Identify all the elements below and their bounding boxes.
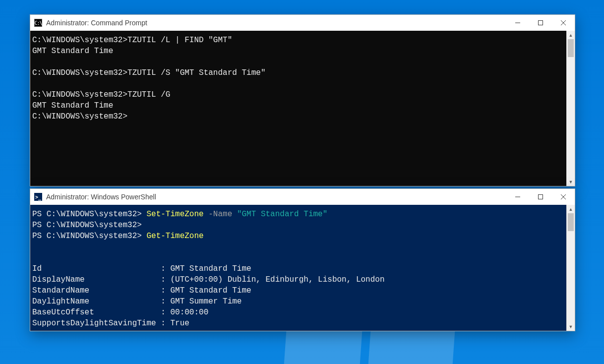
svg-line-3 — [561, 20, 566, 25]
terminal-line: GMT Standard Time — [32, 46, 564, 57]
scroll-down-icon[interactable]: ▼ — [567, 322, 575, 331]
scroll-down-icon[interactable]: ▼ — [567, 178, 575, 186]
terminal-line — [32, 57, 564, 67]
scroll-up-icon[interactable]: ▲ — [567, 205, 575, 213]
cmd-window: C:\ Administrator: Command Prompt C:\WIN… — [30, 14, 575, 186]
cmd-scrollbar[interactable]: ▲ ▼ — [566, 31, 575, 186]
svg-line-7 — [561, 194, 566, 199]
cmd-icon: C:\ — [34, 19, 42, 27]
terminal-line — [32, 78, 564, 89]
terminal-line: C:\WINDOWS\system32>TZUTIL /G — [32, 89, 564, 100]
ps-terminal[interactable]: PS C:\WINDOWS\system32> Set-TimeZone -Na… — [30, 205, 566, 331]
cmd-terminal[interactable]: C:\WINDOWS\system32>TZUTIL /L | FIND "GM… — [30, 31, 566, 186]
ps-scrollbar[interactable]: ▲ ▼ — [566, 205, 575, 331]
scroll-up-icon[interactable]: ▲ — [567, 31, 575, 39]
terminal-line: PS C:\WINDOWS\system32> — [32, 220, 564, 231]
cmd-title: Administrator: Command Prompt — [46, 19, 147, 27]
cmd-titlebar[interactable]: C:\ Administrator: Command Prompt — [30, 15, 575, 31]
svg-rect-5 — [539, 195, 543, 199]
terminal-line: GMT Standard Time — [32, 100, 564, 111]
close-button[interactable] — [552, 15, 575, 31]
maximize-button[interactable] — [529, 15, 552, 31]
terminal-line: C:\WINDOWS\system32>TZUTIL /L | FIND "GM… — [32, 35, 564, 46]
terminal-line: PS C:\WINDOWS\system32> Set-TimeZone -Na… — [32, 209, 564, 220]
ps-titlebar[interactable]: >_ Administrator: Windows PowerShell — [30, 189, 575, 205]
terminal-line: BaseUtcOffset : 00:00:00 — [32, 307, 564, 318]
terminal-line: DisplayName : (UTC+00:00) Dublin, Edinbu… — [32, 274, 564, 285]
terminal-line: StandardName : GMT Standard Time — [32, 285, 564, 296]
minimize-button[interactable] — [506, 189, 529, 205]
terminal-line: PS C:\WINDOWS\system32> Get-TimeZone — [32, 231, 564, 242]
powershell-window: >_ Administrator: Windows PowerShell PS … — [30, 188, 575, 331]
scroll-thumb[interactable] — [568, 213, 574, 231]
svg-line-6 — [561, 194, 566, 199]
close-button[interactable] — [552, 189, 575, 205]
terminal-line: Id : GMT Standard Time — [32, 263, 564, 274]
svg-line-2 — [561, 20, 566, 25]
terminal-line: C:\WINDOWS\system32> — [32, 111, 564, 122]
terminal-line — [32, 252, 564, 263]
scroll-track[interactable] — [567, 213, 575, 322]
scroll-thumb[interactable] — [568, 39, 574, 57]
scroll-track[interactable] — [567, 39, 575, 178]
ps-title: Administrator: Windows PowerShell — [46, 193, 156, 201]
terminal-line — [32, 242, 564, 252]
terminal-line: SupportsDaylightSavingTime : True — [32, 318, 564, 329]
terminal-line: C:\WINDOWS\system32>TZUTIL /S "GMT Stand… — [32, 67, 564, 78]
svg-rect-1 — [539, 21, 543, 25]
powershell-icon: >_ — [34, 193, 42, 201]
terminal-line: DaylightName : GMT Summer Time — [32, 296, 564, 307]
maximize-button[interactable] — [529, 189, 552, 205]
minimize-button[interactable] — [506, 15, 529, 31]
